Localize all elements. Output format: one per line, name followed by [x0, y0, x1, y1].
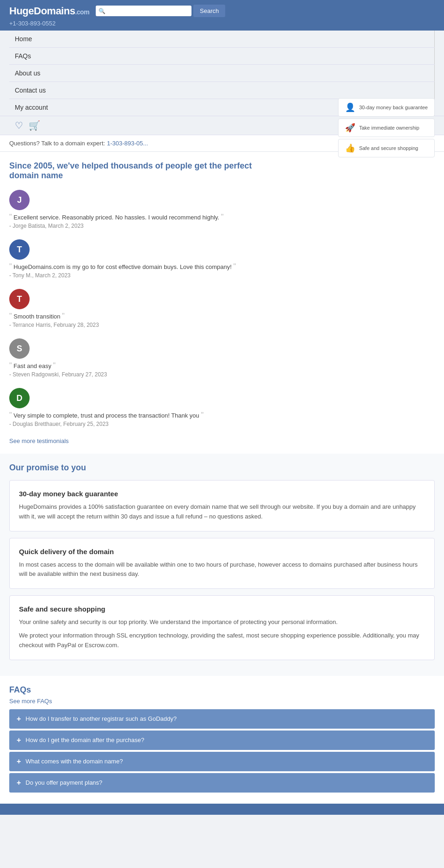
faq-plus-icon: + — [17, 779, 21, 787]
testimonials-list: J " Excellent service. Reasonably priced… — [9, 190, 435, 427]
faq-item[interactable]: + Do you offer payment plans? — [9, 773, 435, 793]
nav-item-faqs[interactable]: FAQs — [9, 48, 435, 65]
testimonial-text: " Excellent service. Reasonably priced. … — [9, 213, 435, 221]
feature-pill-ownership: 🚀 Take immediate ownership — [338, 119, 435, 137]
promise-card-body2: We protect your information through SSL … — [19, 631, 425, 650]
phone-header: +1-303-893-0552 — [9, 20, 435, 27]
see-more-testimonials-link[interactable]: See more testimonials — [9, 437, 435, 444]
testimonial-author: - Tony M., March 2, 2023 — [9, 272, 435, 279]
questions-phone-link[interactable]: 1-303-893-05... — [107, 140, 148, 147]
promise-card-secure: Safe and secure shopping Your online saf… — [9, 595, 435, 660]
avatar: J — [9, 190, 30, 210]
promise-card-money-back: 30-day money back guarantee HugeDomains … — [9, 480, 435, 531]
promise-card-body: HugeDomains provides a 100% satisfaction… — [19, 502, 425, 522]
testimonial-author: - Douglas Bretthauer, February 25, 2023 — [9, 421, 435, 427]
testimonial-author: - Terrance Harris, February 28, 2023 — [9, 322, 435, 328]
faq-question-text: How do I get the domain after the purcha… — [25, 737, 144, 743]
faq-plus-icon: + — [17, 715, 21, 723]
nav-item-home[interactable]: Home — [9, 31, 435, 48]
promise-card-title: Safe and secure shopping — [19, 605, 425, 613]
rocket-icon: 🚀 — [345, 123, 355, 133]
heart-icon[interactable]: ♡ — [15, 120, 23, 131]
promise-card-body1: Your online safety and security is our t… — [19, 618, 425, 627]
avatar: D — [9, 388, 30, 408]
money-back-icon: 👤 — [345, 102, 355, 112]
testimonial-item: S " Fast and easy " - Steven Radgowski, … — [9, 338, 435, 378]
faq-question-text: Do you offer payment plans? — [25, 779, 102, 786]
testimonial-item: T " Smooth transition " - Terrance Harri… — [9, 289, 435, 328]
testimonial-text: " HugeDomains.com is my go to for cost e… — [9, 262, 435, 271]
testimonial-text: " Very simple to complete, trust and pro… — [9, 411, 435, 419]
see-more-faqs-link[interactable]: See more FAQs — [9, 698, 435, 705]
faq-plus-icon: + — [17, 757, 21, 766]
testimonial-text: " Smooth transition " — [9, 312, 435, 320]
promise-section: Our promise to you 30-day money back gua… — [0, 454, 444, 676]
avatar: T — [9, 239, 30, 260]
promise-card-title: Quick delivery of the domain — [19, 548, 425, 556]
promise-title: Our promise to you — [9, 463, 435, 473]
search-input[interactable] — [105, 7, 189, 14]
cart-icon[interactable]: 🛒 — [29, 120, 40, 131]
promise-card-delivery: Quick delivery of the domain In most cas… — [9, 538, 435, 589]
main-content: Since 2005, we've helped thousands of pe… — [0, 152, 444, 454]
avatar: S — [9, 338, 30, 359]
search-button[interactable]: Search — [193, 5, 225, 17]
testimonial-author: - Steven Radgowski, February 27, 2023 — [9, 371, 435, 378]
avatar: T — [9, 289, 30, 309]
testimonial-text: " Fast and easy " — [9, 362, 435, 370]
faq-item[interactable]: + What comes with the domain name? — [9, 752, 435, 771]
nav-item-contact[interactable]: Contact us — [9, 82, 435, 99]
testimonial-item: T " HugeDomains.com is my go to for cost… — [9, 239, 435, 279]
feature-pill-money-back: 👤 30-day money back guarantee — [338, 98, 435, 117]
promise-card-body: In most cases access to the domain will … — [19, 560, 425, 580]
faq-plus-icon: + — [17, 736, 21, 744]
main-headline: Since 2005, we've helped thousands of pe… — [9, 161, 278, 181]
questions-bar: Questions? Talk to a domain expert: 1-30… — [0, 135, 444, 152]
footer-bar — [0, 804, 444, 815]
feature-pill-secure: 👍 Safe and secure shopping — [338, 139, 435, 157]
nav-item-about[interactable]: About us — [9, 65, 435, 82]
header: HugeDomains.com 🔍 Search +1-303-893-0552 — [0, 0, 444, 31]
testimonial-author: - Jorge Batista, March 2, 2023 — [9, 223, 435, 229]
testimonial-item: J " Excellent service. Reasonably priced… — [9, 190, 435, 229]
search-icon: 🔍 — [99, 8, 105, 14]
faq-question-text: How do I transfer to another registrar s… — [25, 715, 177, 722]
search-bar: 🔍 Search — [96, 5, 225, 17]
faq-question-text: What comes with the domain name? — [25, 758, 123, 765]
logo: HugeDomains.com — [9, 5, 89, 17]
testimonial-item: D " Very simple to complete, trust and p… — [9, 388, 435, 427]
thumbsup-icon: 👍 — [345, 143, 355, 153]
faq-title: FAQs — [9, 685, 435, 695]
faq-section: FAQs See more FAQs + How do I transfer t… — [0, 676, 444, 804]
promise-card-title: 30-day money back guarantee — [19, 490, 425, 498]
faq-item[interactable]: + How do I get the domain after the purc… — [9, 731, 435, 750]
faq-item[interactable]: + How do I transfer to another registrar… — [9, 709, 435, 729]
